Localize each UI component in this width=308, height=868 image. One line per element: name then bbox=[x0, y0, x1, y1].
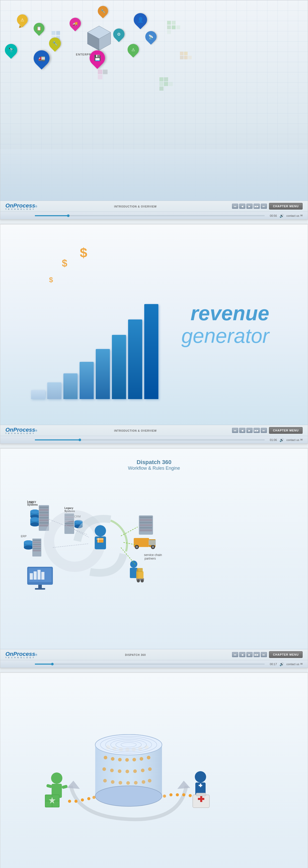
svg-point-32 bbox=[30, 509, 39, 514]
video-area-2: $ $ $ revenue generator bbox=[0, 224, 308, 425]
svg-rect-159 bbox=[46, 784, 53, 788]
svg-rect-39 bbox=[39, 509, 48, 511]
svg-point-145 bbox=[126, 781, 130, 785]
svg-point-157 bbox=[51, 772, 62, 784]
svg-rect-183 bbox=[200, 796, 202, 802]
svg-rect-53 bbox=[32, 538, 41, 557]
chapter-menu-btn-3[interactable]: CHAPTER MENU bbox=[269, 651, 303, 658]
progress-thumb-2 bbox=[78, 439, 81, 441]
prev-chapter-btn-2[interactable]: ⏮ bbox=[232, 428, 238, 433]
progress-track-1[interactable] bbox=[35, 215, 265, 216]
svg-rect-17 bbox=[188, 56, 192, 59]
contact-us-link-3[interactable]: contact us ✉ bbox=[286, 662, 303, 665]
svg-rect-13 bbox=[180, 52, 183, 55]
volume-icon-3[interactable]: 🔊 bbox=[279, 662, 284, 666]
chapter-label-3: DISPATCH 360 bbox=[125, 654, 146, 656]
playback-controls-3: ⏮ ◀ ▶ ▶▶ ⏭ bbox=[232, 652, 267, 657]
svg-rect-15 bbox=[180, 56, 183, 59]
svg-point-142 bbox=[103, 779, 107, 782]
prev-btn-1[interactable]: ◀ bbox=[239, 204, 245, 209]
bottom-bar-1: 00:56 🔊 contact us ✉ bbox=[0, 212, 308, 219]
prev-btn-3[interactable]: ◀ bbox=[239, 652, 245, 657]
progress-track-2[interactable] bbox=[35, 439, 265, 440]
next-btn-1[interactable]: ▶▶ bbox=[253, 204, 260, 209]
prev-chapter-btn-1[interactable]: ⏮ bbox=[232, 204, 238, 209]
svg-point-138 bbox=[126, 770, 129, 773]
panel4-background bbox=[0, 673, 308, 868]
dispatch-title-line1: Dispatch 360 bbox=[128, 459, 180, 466]
time-display-1: 00:56 bbox=[270, 214, 277, 217]
map-pin-6: 🔧 bbox=[49, 37, 61, 49]
svg-text:Systems: Systems bbox=[27, 503, 38, 506]
logo-reg-2: ® bbox=[35, 429, 37, 432]
next-btn-2[interactable]: ▶▶ bbox=[253, 428, 260, 433]
bottom-bar-3: 00:17 🔊 contact us ✉ bbox=[0, 660, 308, 668]
prev-chapter-btn-3[interactable]: ⏮ bbox=[232, 652, 238, 657]
panel-1: ENTERPRISE ⚠ 📋 🔭 bbox=[0, 0, 308, 220]
svg-rect-2 bbox=[167, 25, 171, 29]
svg-rect-21 bbox=[164, 82, 168, 86]
mail-icon-1: ✉ bbox=[300, 214, 303, 217]
play-btn-3[interactable]: ▶ bbox=[246, 652, 252, 657]
map-pin-11: ⚠ bbox=[128, 44, 139, 55]
svg-rect-75 bbox=[65, 523, 74, 524]
mail-icon-2: ✉ bbox=[300, 438, 303, 441]
playback-controls-1: ⏮ ◀ ▶ ▶▶ ⏭ bbox=[232, 204, 267, 209]
svg-rect-107 bbox=[136, 571, 143, 579]
svg-rect-181 bbox=[196, 793, 206, 796]
next-chapter-btn-3[interactable]: ⏭ bbox=[261, 652, 267, 657]
svg-rect-12 bbox=[98, 75, 102, 79]
svg-rect-58 bbox=[33, 548, 41, 549]
progress-fill-3 bbox=[35, 663, 54, 664]
volume-icon-2[interactable]: 🔊 bbox=[279, 438, 284, 442]
svg-point-171 bbox=[163, 795, 166, 798]
volume-icon-1[interactable]: 🔊 bbox=[279, 214, 284, 218]
svg-point-148 bbox=[148, 779, 151, 782]
svg-text:Legacy: Legacy bbox=[64, 507, 73, 509]
chapter-menu-btn-1[interactable]: CHAPTER MENU bbox=[269, 203, 303, 210]
bar-3 bbox=[63, 373, 77, 399]
map-pin-9: ⚙ bbox=[113, 29, 125, 40]
svg-point-120 bbox=[95, 786, 162, 806]
svg-point-129 bbox=[111, 757, 114, 761]
chapter-menu-btn-2[interactable]: CHAPTER MENU bbox=[269, 427, 303, 434]
map-pin-8: 💾 bbox=[90, 50, 105, 66]
svg-rect-1 bbox=[172, 21, 176, 25]
map-pin-1: ⚠ bbox=[17, 14, 28, 28]
svg-rect-44 bbox=[39, 522, 48, 524]
svg-point-97 bbox=[136, 546, 138, 548]
play-btn-2[interactable]: ▶ bbox=[246, 428, 252, 433]
svg-marker-156 bbox=[67, 781, 80, 789]
logo-tech-1: T E C H N O L O G Y bbox=[5, 208, 39, 210]
logo-reg-1: ® bbox=[35, 205, 37, 208]
svg-rect-38 bbox=[39, 506, 48, 508]
mail-icon-3: ✉ bbox=[300, 662, 303, 665]
time-display-3: 00:17 bbox=[270, 662, 277, 665]
svg-point-51 bbox=[24, 546, 33, 550]
svg-point-176 bbox=[195, 771, 206, 782]
progress-track-3[interactable] bbox=[35, 663, 265, 664]
svg-point-35 bbox=[30, 522, 39, 526]
prev-btn-2[interactable]: ◀ bbox=[239, 428, 245, 433]
logo-1: OnProcess® T E C H N O L O G Y bbox=[5, 203, 39, 210]
svg-point-146 bbox=[134, 781, 138, 784]
next-chapter-btn-2[interactable]: ⏭ bbox=[261, 428, 267, 433]
contact-us-link-2[interactable]: contact us ✉ bbox=[286, 438, 303, 441]
next-chapter-btn-1[interactable]: ⏭ bbox=[261, 204, 267, 209]
svg-point-144 bbox=[118, 781, 122, 784]
svg-point-105 bbox=[137, 579, 140, 583]
svg-point-149 bbox=[95, 735, 162, 755]
svg-rect-45 bbox=[39, 524, 48, 526]
svg-point-174 bbox=[182, 793, 185, 796]
play-btn-1[interactable]: ▶ bbox=[246, 204, 252, 209]
next-btn-3[interactable]: ▶▶ bbox=[253, 652, 260, 657]
svg-rect-22 bbox=[169, 82, 173, 86]
logo-reg-3: ® bbox=[35, 654, 37, 656]
svg-rect-40 bbox=[39, 512, 48, 514]
svg-rect-64 bbox=[37, 570, 40, 580]
bar-2 bbox=[47, 382, 61, 399]
contact-us-text-3: contact us bbox=[286, 662, 299, 665]
enterprise-cube bbox=[86, 25, 112, 50]
dispatch-title: Dispatch 360 Workflow & Rules Engine bbox=[128, 459, 180, 471]
contact-us-link-1[interactable]: contact us ✉ bbox=[286, 214, 303, 217]
